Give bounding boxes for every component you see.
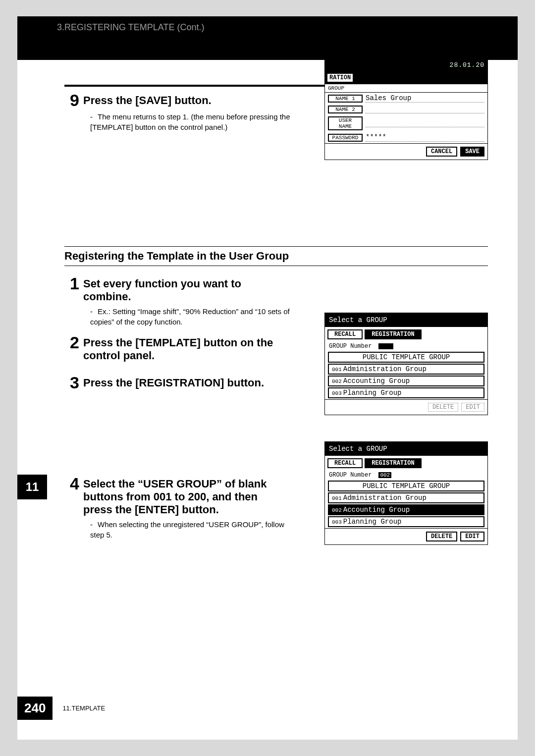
public-template-group[interactable]: PUBLIC TEMPLATE GROUP [328,352,484,363]
recall-tab[interactable]: RECALL [327,329,363,339]
group-number: 003 [332,390,342,396]
group-name: Administration Group [343,365,427,373]
step-title: Press the [REGISTRATION] button. [83,374,264,389]
group-item-003[interactable]: 003Planning Group [328,387,484,398]
registration-tab[interactable]: REGISTRATION [365,329,421,339]
step-title: Select the “USER GROUP” of blank buttons… [83,475,271,516]
group-number: 002 [332,507,342,513]
password-value: ***** [366,133,484,142]
group-number: 002 [332,378,342,384]
step-title: Press the [TEMPLATE] button on the contr… [83,334,281,362]
group-name: Planning Group [343,389,402,397]
step-title: Press the [SAVE] button. [83,92,212,107]
step-number: 3 [64,374,83,391]
name1-value: Sales Group [366,94,484,103]
step-number: 4 [64,475,83,492]
registration-tab[interactable]: REGISTRATION [365,458,421,468]
delete-button: DELETE [428,403,458,412]
delete-button[interactable]: DELETE [426,532,457,541]
page-number: 240 [17,697,53,720]
password-button[interactable]: PASSWORD [328,134,363,142]
step-bullet: The menu returns to step 1. (the menu be… [90,111,298,132]
header-breadcrumb: 3.REGISTERING TEMPLATE (Cont.) [57,22,204,32]
recall-tab[interactable]: RECALL [327,458,363,468]
group-item-003[interactable]: 003Planning Group [328,516,484,527]
footer-chapter: 11.TEMPLATE [62,704,105,712]
username-value [366,119,484,127]
panel-header: Select a GROUP [325,442,487,456]
step-bullet: When selecting the unregistered “USER GR… [90,519,298,540]
group-item-001[interactable]: 001Administration Group [328,492,484,503]
select-group-panel-1: Select a GROUP RECALL REGISTRATION GROUP… [324,313,488,415]
name1-button[interactable]: NAME 1 [328,95,363,103]
step-number: 1 [64,275,83,292]
group-number-value [378,343,393,349]
edit-button[interactable]: EDIT [460,532,484,541]
save-button[interactable]: SAVE [460,147,484,157]
step-number: 9 [64,92,83,108]
ration-tab[interactable]: RATION [326,73,354,83]
group-number-label: GROUP Number [329,343,372,350]
group-number: 001 [332,495,342,501]
step-bullet: Ex.: Setting “Image shift”, “90% Reducti… [90,306,298,327]
group-name: Accounting Group [343,506,410,514]
public-template-group[interactable]: PUBLIC TEMPLATE GROUP [328,481,484,491]
group-save-panel: 28.01.20 RATION GROUP NAME 1 Sales Group… [324,60,488,160]
edit-button: EDIT [461,403,484,412]
group-name: Accounting Group [343,377,410,385]
group-name: Administration Group [343,494,427,502]
name2-value [366,106,484,113]
panel-date: 28.01.20 [450,61,484,69]
group-item-002[interactable]: 002Accounting Group [328,376,484,386]
panel-header: Select a GROUP [325,313,487,327]
step-title: Set every function you want to combine. [83,275,281,303]
group-number-value: 002 [378,472,391,478]
group-item-001[interactable]: 001Administration Group [328,364,484,375]
group-item-002[interactable]: 002Accounting Group [328,504,484,515]
group-name: Planning Group [343,518,402,526]
group-number: 001 [332,367,342,373]
section-heading: Registering the Template in the User Gro… [64,246,488,266]
cancel-button[interactable]: CANCEL [426,147,457,157]
chapter-tab: 11 [17,475,47,499]
step-number: 2 [64,334,83,351]
username-button[interactable]: USER NAME [328,116,363,130]
group-label: GROUP [325,84,487,93]
select-group-panel-2: Select a GROUP RECALL REGISTRATION GROUP… [324,441,488,545]
group-number: 003 [332,519,342,525]
name2-button[interactable]: NAME 2 [328,106,363,113]
group-number-label: GROUP Number [329,472,372,479]
